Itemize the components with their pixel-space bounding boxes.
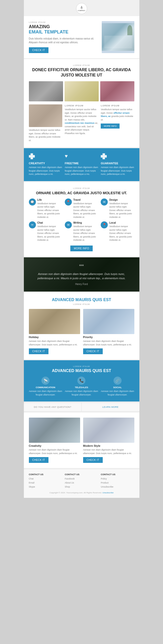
donec-heading: DONEC EFFICITUR ORNARE LIBERO, AC GRAVID… bbox=[29, 67, 134, 78]
holiday-image bbox=[29, 309, 80, 334]
services-more-info-button[interactable]: MORE INFO bbox=[70, 246, 93, 251]
blue-feature-telesales: 📞 TELESALES Aenean non diam dignissim di… bbox=[65, 377, 98, 396]
footer-col-3: CONTACT US Policy Product Unsubscribe bbox=[101, 473, 134, 489]
communication-title: COMMUNICATION bbox=[29, 386, 62, 389]
advanced2-heading: ADVANCED MAURIS QUIS EST bbox=[29, 369, 134, 373]
footer-link-shop[interactable]: Shop bbox=[65, 485, 98, 489]
holiday-check-button[interactable]: CHECK IT bbox=[29, 348, 49, 354]
service-design: ✉ Design Vestibulum tempor auctor tellus… bbox=[101, 198, 134, 219]
advanced1-grid: Holiday Aenean non diam dignissim diam f… bbox=[29, 309, 134, 354]
footer-link-about[interactable]: About Us bbox=[65, 481, 98, 485]
priority-image bbox=[83, 309, 134, 334]
telesales-icon: 📞 bbox=[77, 377, 85, 385]
hero-image-inner bbox=[102, 23, 134, 51]
hero-text: LOREM IPSUM AMAZING EMAIL TEMPLATE Duis … bbox=[29, 21, 98, 53]
donec-left-image bbox=[29, 104, 62, 127]
social-text: Aenean non diam dignissim diam feugiat u… bbox=[101, 390, 134, 396]
donec-left: Vestibulum tempor auctor tellus eget. Do… bbox=[29, 104, 62, 142]
learn-more-link[interactable]: LEARN MORE bbox=[82, 403, 139, 411]
footer-col-3-heading: CONTACT US bbox=[101, 473, 134, 476]
local-icon: 📍 bbox=[101, 221, 108, 228]
feature-freetime-text: Aenean non diam dignissim diam feugiat u… bbox=[65, 166, 98, 176]
service-travel-text: Vestibulum tempor auctor tellus eget. Do… bbox=[73, 202, 98, 219]
hero-section: LOREM IPSUM AMAZING EMAIL TEMPLATE Duis … bbox=[24, 16, 139, 58]
question-left: DO YOU HAVE ANY QUESTION? bbox=[24, 403, 82, 411]
footer-link-skype[interactable]: Skype bbox=[29, 485, 62, 489]
writing-icon: ✉ bbox=[65, 221, 72, 228]
footer-unsubscribe-link[interactable]: Unsubscribe bbox=[102, 492, 114, 494]
service-writing-text: Vestibulum tempor auctor tellus eget. Do… bbox=[73, 225, 98, 242]
holiday-text: Aenean non diam dignissim diam feugiat u… bbox=[29, 340, 80, 346]
footer-link-facebook[interactable]: Facebook bbox=[65, 477, 98, 481]
hero-title-email: EMAIL bbox=[29, 29, 43, 35]
quote-text: Aenean non diam dignissim diam feugiat u… bbox=[31, 272, 132, 281]
header-logo: 🕯 COMPANY bbox=[24, 0, 139, 16]
footer-columns: CONTACT US Chat Email Skype CONTACT US F… bbox=[29, 473, 134, 489]
donec-right-label: LOREM IPSUM bbox=[101, 104, 134, 107]
telesales-text: Aenean non diam dignissim diam feugiat u… bbox=[65, 390, 98, 396]
donec-mid-label: LOREM IPSUM bbox=[65, 104, 98, 107]
footer: CONTACT US Chat Email Skype CONTACT US F… bbox=[24, 469, 139, 498]
blue-feature-communication: 📡 COMMUNICATION Aenean non diam dignissi… bbox=[29, 377, 62, 396]
creativity-text: Aenean non diam dignissim diam feugiat u… bbox=[29, 448, 80, 455]
feature-guarantee-text: Aenean non diam dignissim diam feugiat u… bbox=[101, 166, 134, 176]
services-row-1: 💬 Life Vestibulum tempor auctor tellus e… bbox=[29, 198, 134, 219]
footer-link-chat[interactable]: Chat bbox=[29, 477, 62, 481]
service-local-content: Local Vestibulum tempor auctor tellus eg… bbox=[109, 221, 134, 242]
feature-guarantee: GUARANTEE Aenean non diam dignissim diam… bbox=[101, 153, 134, 176]
donec-images bbox=[29, 81, 134, 101]
telesales-title: TELESALES bbox=[65, 386, 98, 389]
service-design-title: Design bbox=[109, 198, 134, 201]
hero-check-button[interactable]: CHECK IT bbox=[29, 47, 49, 53]
creativity-check-button[interactable]: CHECK IT bbox=[29, 457, 49, 463]
advanced2-label: LOREM IPSUM bbox=[29, 365, 134, 368]
feature-guarantee-title: GUARANTEE bbox=[101, 162, 134, 165]
service-writing: ✉ Writing Vestibulum tempor auctor tellu… bbox=[65, 221, 98, 242]
puzzle-icon-2 bbox=[101, 153, 108, 160]
hero-title-amazing: AMAZING bbox=[29, 24, 98, 29]
donec-left-text: Vestibulum tempor auctor tellus eget. Do… bbox=[29, 129, 62, 142]
service-design-content: Design Vestibulum tempor auctor tellus e… bbox=[109, 198, 134, 219]
modern-title: Modern Style bbox=[83, 444, 134, 447]
services-btn-wrap: MORE INFO bbox=[29, 246, 134, 251]
chat-icon: ✏ bbox=[29, 221, 36, 228]
service-life: 💬 Life Vestibulum tempor auctor tellus e… bbox=[29, 198, 62, 219]
creative-section: Creativity Aenean non diam dignissim dia… bbox=[24, 413, 139, 468]
feature-freetime: ♥ FREETIME Aenean non diam dignissim dia… bbox=[65, 153, 98, 176]
donec-section: LOREM IPSUM DONEC EFFICITUR ORNARE LIBER… bbox=[24, 59, 139, 147]
priority-text: Aenean non diam dignissim diam feugiat u… bbox=[83, 340, 134, 346]
footer-link-email[interactable]: Email bbox=[29, 481, 62, 485]
priority-check-button[interactable]: CHECK IT bbox=[83, 348, 103, 354]
social-icon: 🔗 bbox=[114, 377, 122, 385]
donec-right-text: Vestibulum tempor auctor tellus eget. Do… bbox=[101, 108, 134, 122]
advanced1-holiday: Holiday Aenean non diam dignissim diam f… bbox=[29, 309, 80, 354]
advanced2-section: LOREM IPSUM ADVANCED MAURIS QUIS EST 📡 C… bbox=[24, 360, 139, 401]
puzzle-icon-1 bbox=[29, 153, 36, 160]
creativity-title: Creativity bbox=[29, 444, 80, 447]
question-bar: DO YOU HAVE ANY QUESTION? LEARN MORE bbox=[24, 403, 139, 412]
service-chat: ✏ Chat Vestibulum tempor auctor tellus e… bbox=[29, 221, 62, 242]
footer-link-unsubscribe[interactable]: Unsubscribe bbox=[101, 485, 134, 489]
service-life-text: Vestibulum tempor auctor tellus eget. Do… bbox=[37, 202, 62, 219]
logo-circle: 🕯 COMPANY bbox=[76, 3, 87, 14]
service-chat-content: Chat Vestibulum tempor auctor tellus ege… bbox=[37, 221, 62, 242]
service-writing-title: Writing bbox=[73, 221, 98, 224]
donec-more-info-button[interactable]: MORE INFO bbox=[101, 124, 120, 129]
footer-link-policy[interactable]: Policy bbox=[101, 477, 134, 481]
services-label: LOREM IPSUM bbox=[29, 187, 134, 189]
donec-mid-text: Vestibulum tempor auctor tellus eget. Do… bbox=[65, 108, 98, 135]
donec-label: LOREM IPSUM bbox=[29, 64, 134, 66]
services-heading: ORNARE LIBERO, AC GRAVIDA JUSTO MOLESTIE… bbox=[29, 191, 134, 195]
service-local-text: Vestibulum tempor auctor tellus eget. Do… bbox=[109, 225, 134, 242]
footer-col-2: CONTACT US Facebook About Us Shop bbox=[65, 473, 98, 489]
typewriter-image bbox=[29, 81, 63, 101]
features-section: CREATIVITY Aenean non diam dignissim dia… bbox=[24, 148, 139, 181]
service-travel-content: Travel Vestibulum tempor auctor tellus e… bbox=[73, 198, 98, 219]
modern-check-button[interactable]: CHECK IT bbox=[83, 457, 103, 463]
holiday-title: Holiday bbox=[29, 336, 80, 339]
communication-icon: 📡 bbox=[41, 377, 49, 385]
creativity-image bbox=[29, 418, 80, 443]
design-icon: ✉ bbox=[101, 198, 108, 206]
service-local-title: Local bbox=[109, 221, 134, 224]
footer-link-product[interactable]: Product bbox=[101, 481, 134, 485]
